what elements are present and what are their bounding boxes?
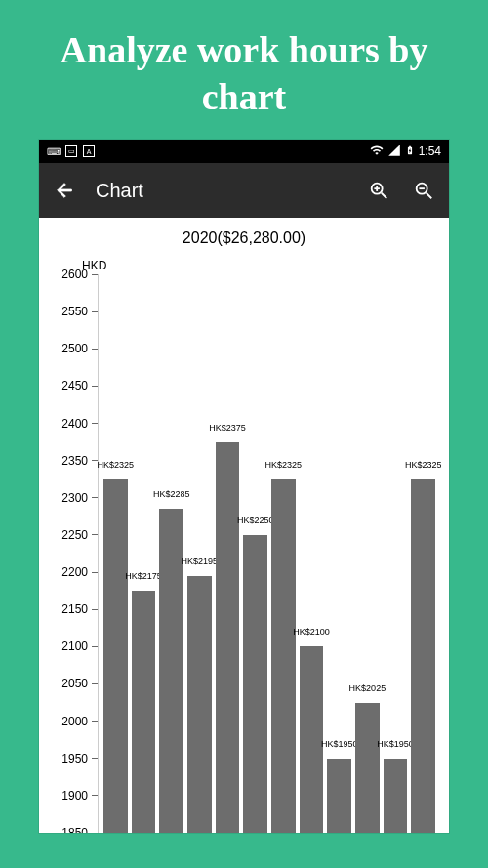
chart-area[interactable]: HKD 260025502500245024002350230022502200… (47, 255, 441, 833)
y-tick: 2050 (47, 677, 98, 690)
status-left: ⌨ ▭ A (47, 145, 95, 157)
bar-value-label: HK$2285 (153, 489, 190, 499)
bar[interactable] (243, 535, 267, 833)
app-a-icon: A (83, 145, 95, 157)
app-bar: Chart (39, 163, 449, 218)
bar-value-label: HK$2100 (293, 627, 330, 637)
y-tick: 2550 (47, 305, 98, 318)
y-tick-label: 2600 (61, 268, 88, 281)
gallery-icon: ▭ (65, 145, 77, 157)
bars-row: HK$2325HK$2175HK$2285HK$2195HK$2375HK$22… (98, 274, 441, 833)
bar-value-label: HK$1950 (321, 739, 358, 749)
y-tick-label: 1850 (61, 826, 88, 833)
bar-value-label: HK$2325 (405, 460, 441, 470)
y-tick-label: 2250 (61, 528, 88, 542)
bar-value-label: HK$2325 (98, 460, 134, 470)
bar[interactable] (384, 759, 408, 833)
bar[interactable] (300, 646, 324, 833)
y-tick-label: 2350 (61, 454, 88, 468)
y-tick: 2600 (47, 268, 98, 281)
y-tick-label: 2550 (61, 305, 88, 318)
y-tick: 2400 (47, 417, 98, 431)
bar-slot: HK$2375 (216, 274, 240, 833)
svg-line-1 (382, 193, 387, 199)
bar-value-label: HK$1950 (377, 739, 414, 749)
keyboard-icon: ⌨ (47, 146, 60, 157)
y-tick-label: 1950 (61, 752, 88, 765)
y-tick: 2250 (47, 528, 98, 542)
y-tick: 2150 (47, 602, 98, 616)
y-tick-label: 2000 (61, 715, 88, 728)
y-tick: 1900 (47, 789, 98, 803)
bar[interactable] (355, 703, 380, 833)
y-tick-label: 2100 (61, 640, 88, 653)
y-tick: 2450 (47, 379, 98, 393)
bar[interactable] (411, 479, 435, 833)
bar-slot: HK$2250 (243, 274, 267, 833)
bar-value-label: HK$2325 (265, 460, 303, 470)
y-tick-label: 2150 (61, 602, 88, 616)
bar-slot: HK$1950 (327, 274, 351, 833)
bar-slot: HK$2325 (271, 274, 296, 833)
y-tick-label: 2200 (61, 565, 88, 579)
wifi-icon (370, 144, 384, 160)
bar-slot: HK$2285 (159, 274, 183, 833)
promo-headline: Analyze work hours by chart (20, 27, 468, 120)
bar-value-label: HK$2195 (182, 557, 219, 566)
status-bar: ⌨ ▭ A 1:54 (39, 140, 449, 163)
signal-icon (387, 144, 401, 160)
bar[interactable] (159, 509, 183, 833)
bar-slot: HK$2325 (103, 274, 128, 833)
back-button[interactable] (51, 177, 78, 204)
y-tick-label: 1900 (61, 789, 88, 803)
battery-charging-icon (405, 144, 415, 160)
bar[interactable] (216, 442, 240, 833)
bar-slot: HK$2325 (411, 274, 435, 833)
y-tick: 2000 (47, 715, 98, 728)
zoom-out-button[interactable] (410, 177, 437, 204)
bar-slot: HK$2175 (132, 274, 156, 833)
bar[interactable] (187, 576, 212, 833)
device-frame: ⌨ ▭ A 1:54 Chart (39, 140, 449, 833)
chart-container: 2020($26,280.00) HKD 2600255025002450240… (39, 218, 449, 833)
bar-value-label: HK$2025 (349, 683, 386, 693)
y-axis: 2600255025002450240023502300225022002150… (47, 274, 99, 833)
bar[interactable] (271, 479, 296, 833)
y-tick-label: 2450 (61, 379, 88, 393)
bar-slot: HK$2100 (300, 274, 324, 833)
bar[interactable] (103, 479, 128, 833)
y-tick: 2200 (47, 565, 98, 579)
y-tick: 1850 (47, 826, 98, 833)
appbar-title: Chart (96, 180, 347, 202)
y-tick: 2100 (47, 640, 98, 653)
y-tick: 2500 (47, 342, 98, 355)
bar-value-label: HK$2375 (209, 423, 246, 433)
bar-slot: HK$2195 (187, 274, 212, 833)
y-tick-label: 2500 (61, 342, 88, 355)
y-tick-label: 2400 (61, 417, 88, 431)
y-tick: 2350 (47, 454, 98, 468)
zoom-in-button[interactable] (365, 177, 392, 204)
bar[interactable] (132, 591, 156, 833)
bar-value-label: HK$2175 (125, 571, 162, 581)
status-right: 1:54 (370, 144, 441, 160)
y-tick-label: 2300 (61, 491, 88, 505)
bar[interactable] (327, 759, 351, 833)
y-tick: 2300 (47, 491, 98, 505)
y-tick-label: 2050 (61, 677, 88, 690)
promo-page: Analyze work hours by chart ⌨ ▭ A 1:54 (0, 0, 488, 868)
svg-line-5 (427, 193, 432, 199)
status-time: 1:54 (419, 145, 441, 158)
bar-slot: HK$1950 (384, 274, 408, 833)
bar-value-label: HK$2250 (237, 516, 274, 525)
y-tick: 1950 (47, 752, 98, 765)
plot-area: HK$2325HK$2175HK$2285HK$2195HK$2375HK$22… (98, 274, 441, 833)
bar-slot: HK$2025 (355, 274, 380, 833)
chart-title: 2020($26,280.00) (47, 229, 441, 247)
